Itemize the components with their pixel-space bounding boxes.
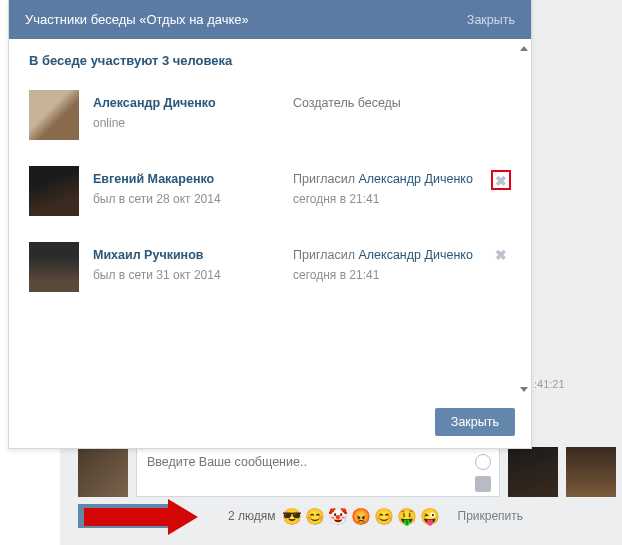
message-input[interactable] [137, 448, 499, 496]
member-row: Михаил Ручкинов был в сети 31 окт 2014 П… [29, 234, 511, 310]
recipients-count: 2 людям [228, 509, 276, 523]
emoji-row[interactable]: 😎 😊 🤡 😡 😊 🤑 😜 [282, 507, 440, 526]
scroll-down-icon[interactable] [520, 387, 528, 392]
member-status: online [93, 116, 293, 130]
close-link[interactable]: Закрыть [467, 13, 515, 27]
member-status: был в сети 28 окт 2014 [93, 192, 293, 206]
avatar[interactable] [29, 90, 79, 140]
invite-time: сегодня в 21:41 [293, 268, 491, 282]
attach-link[interactable]: Прикрепить [458, 509, 524, 523]
inviter-link[interactable]: Александр Диченко [358, 172, 472, 186]
camera-icon[interactable] [475, 476, 491, 492]
participants-dialog: Участники беседы «Отдых на дачке» Закрыт… [8, 0, 532, 449]
inviter-link[interactable]: Александр Диченко [358, 248, 472, 262]
message-timestamp: :41:21 [534, 378, 565, 390]
invite-time: сегодня в 21:41 [293, 192, 491, 206]
close-button[interactable]: Закрыть [435, 408, 515, 436]
dialog-header: Участники беседы «Отдых на дачке» Закрыт… [9, 0, 531, 39]
dialog-footer: Закрыть [9, 396, 531, 448]
scroll-up-icon[interactable] [520, 46, 528, 51]
compose-box[interactable] [136, 447, 500, 497]
avatar[interactable] [508, 447, 558, 497]
member-status: был в сети 31 окт 2014 [93, 268, 293, 282]
emoji[interactable]: 😜 [420, 507, 440, 526]
invited-label: Пригласил [293, 248, 358, 262]
remove-member-button[interactable]: ✖ [491, 246, 511, 266]
member-row: Александр Диченко online Создатель бесед… [29, 82, 511, 158]
avatar[interactable] [566, 447, 616, 497]
invited-label: Пригласил [293, 172, 358, 186]
emoji[interactable]: 😡 [351, 507, 371, 526]
emoji[interactable]: 🤡 [328, 507, 348, 526]
emoji-icon[interactable] [475, 454, 491, 470]
member-role: Создатель беседы [293, 96, 401, 110]
dialog-title: Участники беседы «Отдых на дачке» [25, 12, 249, 27]
avatar[interactable] [78, 447, 128, 497]
compose-toolbar: 2 людям 😎 😊 🤡 😡 😊 🤑 😜 Прикрепить [78, 504, 616, 528]
member-row: Евгений Макаренко был в сети 28 окт 2014… [29, 158, 511, 234]
emoji[interactable]: 🤑 [397, 507, 417, 526]
avatar[interactable] [29, 166, 79, 216]
emoji[interactable]: 😎 [282, 507, 302, 526]
scrollbar[interactable] [519, 44, 529, 396]
avatar[interactable] [29, 242, 79, 292]
emoji[interactable]: 😊 [374, 507, 394, 526]
remove-member-button[interactable]: ✖ [491, 170, 511, 190]
emoji[interactable]: 😊 [305, 507, 325, 526]
member-name-link[interactable]: Евгений Макаренко [93, 172, 293, 186]
compose-area [78, 447, 616, 497]
member-name-link[interactable]: Михаил Ручкинов [93, 248, 293, 262]
member-name-link[interactable]: Александр Диченко [93, 96, 293, 110]
dialog-subtitle: В беседе участвуют 3 человека [29, 53, 511, 68]
send-button[interactable] [78, 504, 174, 528]
